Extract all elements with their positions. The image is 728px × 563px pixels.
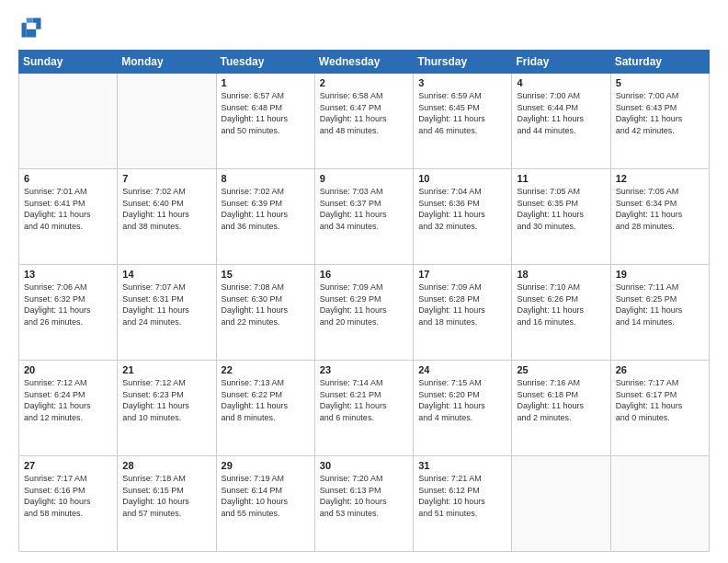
day-number: 21 <box>122 364 210 375</box>
day-detail: Sunrise: 7:06 AM Sunset: 6:32 PM Dayligh… <box>24 282 112 327</box>
calendar-cell: 24Sunrise: 7:15 AM Sunset: 6:20 PM Dayli… <box>414 361 512 456</box>
svg-marker-0 <box>33 18 41 29</box>
day-detail: Sunrise: 7:21 AM Sunset: 6:12 PM Dayligh… <box>418 473 506 519</box>
calendar-cell <box>610 456 709 552</box>
calendar-cell: 7Sunrise: 7:02 AM Sunset: 6:40 PM Daylig… <box>118 169 216 265</box>
calendar-cell <box>512 456 610 552</box>
day-number: 22 <box>222 364 310 375</box>
day-detail: Sunrise: 7:12 AM Sunset: 6:23 PM Dayligh… <box>122 377 210 423</box>
day-number: 12 <box>616 173 704 184</box>
day-number: 3 <box>418 77 506 88</box>
logo <box>18 15 48 40</box>
day-number: 23 <box>320 364 408 375</box>
day-detail: Sunrise: 7:16 AM Sunset: 6:18 PM Dayligh… <box>517 377 605 423</box>
calendar-cell: 3Sunrise: 6:59 AM Sunset: 6:45 PM Daylig… <box>414 74 512 169</box>
day-detail: Sunrise: 7:01 AM Sunset: 6:41 PM Dayligh… <box>24 186 112 232</box>
day-detail: Sunrise: 7:05 AM Sunset: 6:35 PM Dayligh… <box>517 186 605 232</box>
calendar-cell: 6Sunrise: 7:01 AM Sunset: 6:41 PM Daylig… <box>19 169 118 265</box>
calendar-cell: 22Sunrise: 7:13 AM Sunset: 6:22 PM Dayli… <box>216 361 314 456</box>
calendar-week-row: 27Sunrise: 7:17 AM Sunset: 6:16 PM Dayli… <box>19 456 710 552</box>
day-detail: Sunrise: 7:15 AM Sunset: 6:20 PM Dayligh… <box>418 377 506 423</box>
calendar-cell: 14Sunrise: 7:07 AM Sunset: 6:31 PM Dayli… <box>118 265 216 361</box>
day-detail: Sunrise: 7:08 AM Sunset: 6:30 PM Dayligh… <box>222 282 310 327</box>
day-detail: Sunrise: 7:14 AM Sunset: 6:21 PM Dayligh… <box>320 377 408 423</box>
calendar-cell: 16Sunrise: 7:09 AM Sunset: 6:29 PM Dayli… <box>314 265 413 361</box>
day-detail: Sunrise: 7:18 AM Sunset: 6:15 PM Dayligh… <box>122 473 210 519</box>
day-number: 29 <box>222 460 310 471</box>
day-detail: Sunrise: 7:09 AM Sunset: 6:28 PM Dayligh… <box>418 282 506 327</box>
calendar-cell: 13Sunrise: 7:06 AM Sunset: 6:32 PM Dayli… <box>19 265 118 361</box>
calendar-cell: 10Sunrise: 7:04 AM Sunset: 6:36 PM Dayli… <box>414 169 512 265</box>
day-detail: Sunrise: 7:00 AM Sunset: 6:43 PM Dayligh… <box>616 90 704 136</box>
day-detail: Sunrise: 7:20 AM Sunset: 6:13 PM Dayligh… <box>320 473 408 519</box>
day-number: 10 <box>418 173 506 184</box>
day-number: 19 <box>616 269 704 280</box>
calendar-cell: 15Sunrise: 7:08 AM Sunset: 6:30 PM Dayli… <box>216 265 314 361</box>
day-detail: Sunrise: 7:02 AM Sunset: 6:39 PM Dayligh… <box>222 186 310 232</box>
calendar-cell: 25Sunrise: 7:16 AM Sunset: 6:18 PM Dayli… <box>512 361 610 456</box>
day-number: 1 <box>222 77 310 88</box>
page: SundayMondayTuesdayWednesdayThursdayFrid… <box>0 0 728 563</box>
day-number: 6 <box>24 173 112 184</box>
calendar-header-tuesday: Tuesday <box>216 51 314 74</box>
day-number: 18 <box>517 269 605 280</box>
calendar-header-thursday: Thursday <box>414 51 512 74</box>
day-number: 7 <box>122 173 210 184</box>
calendar-header-monday: Monday <box>118 51 216 74</box>
day-number: 14 <box>122 269 210 280</box>
day-number: 28 <box>122 460 210 471</box>
calendar-header-sunday: Sunday <box>19 51 118 74</box>
calendar-cell: 21Sunrise: 7:12 AM Sunset: 6:23 PM Dayli… <box>118 361 216 456</box>
day-number: 26 <box>616 364 704 375</box>
calendar-header-saturday: Saturday <box>610 51 709 74</box>
day-detail: Sunrise: 7:19 AM Sunset: 6:14 PM Dayligh… <box>222 473 310 519</box>
calendar-week-row: 20Sunrise: 7:12 AM Sunset: 6:24 PM Dayli… <box>19 361 710 456</box>
calendar-cell: 5Sunrise: 7:00 AM Sunset: 6:43 PM Daylig… <box>610 74 709 169</box>
day-number: 24 <box>418 364 506 375</box>
day-number: 5 <box>616 77 704 88</box>
day-detail: Sunrise: 6:59 AM Sunset: 6:45 PM Dayligh… <box>418 90 506 136</box>
day-detail: Sunrise: 7:17 AM Sunset: 6:16 PM Dayligh… <box>24 473 112 519</box>
calendar-cell: 19Sunrise: 7:11 AM Sunset: 6:25 PM Dayli… <box>610 265 709 361</box>
calendar-cell: 17Sunrise: 7:09 AM Sunset: 6:28 PM Dayli… <box>414 265 512 361</box>
svg-marker-1 <box>27 18 33 23</box>
day-number: 15 <box>222 269 310 280</box>
day-detail: Sunrise: 7:11 AM Sunset: 6:25 PM Dayligh… <box>616 282 704 327</box>
calendar-header-wednesday: Wednesday <box>314 51 413 74</box>
day-number: 2 <box>320 77 408 88</box>
header <box>18 15 710 40</box>
day-number: 11 <box>517 173 605 184</box>
day-number: 27 <box>24 460 112 471</box>
calendar-cell: 28Sunrise: 7:18 AM Sunset: 6:15 PM Dayli… <box>118 456 216 552</box>
calendar-cell: 23Sunrise: 7:14 AM Sunset: 6:21 PM Dayli… <box>314 361 413 456</box>
calendar-cell: 26Sunrise: 7:17 AM Sunset: 6:17 PM Dayli… <box>610 361 709 456</box>
day-number: 31 <box>418 460 506 471</box>
day-detail: Sunrise: 7:10 AM Sunset: 6:26 PM Dayligh… <box>517 282 605 327</box>
svg-marker-2 <box>22 23 27 38</box>
svg-marker-3 <box>27 29 37 38</box>
day-number: 25 <box>517 364 605 375</box>
day-number: 16 <box>320 269 408 280</box>
day-number: 20 <box>24 364 112 375</box>
calendar-cell: 4Sunrise: 7:00 AM Sunset: 6:44 PM Daylig… <box>512 74 610 169</box>
calendar-cell: 27Sunrise: 7:17 AM Sunset: 6:16 PM Dayli… <box>19 456 118 552</box>
day-number: 8 <box>222 173 310 184</box>
calendar-cell: 9Sunrise: 7:03 AM Sunset: 6:37 PM Daylig… <box>314 169 413 265</box>
calendar-header-friday: Friday <box>512 51 610 74</box>
day-detail: Sunrise: 7:07 AM Sunset: 6:31 PM Dayligh… <box>122 282 210 327</box>
calendar-week-row: 6Sunrise: 7:01 AM Sunset: 6:41 PM Daylig… <box>19 169 710 265</box>
calendar-cell: 29Sunrise: 7:19 AM Sunset: 6:14 PM Dayli… <box>216 456 314 552</box>
day-detail: Sunrise: 6:57 AM Sunset: 6:48 PM Dayligh… <box>222 90 310 136</box>
day-detail: Sunrise: 6:58 AM Sunset: 6:47 PM Dayligh… <box>320 90 408 136</box>
calendar-cell <box>118 74 216 169</box>
day-number: 13 <box>24 269 112 280</box>
calendar-cell: 1Sunrise: 6:57 AM Sunset: 6:48 PM Daylig… <box>216 74 314 169</box>
day-detail: Sunrise: 7:00 AM Sunset: 6:44 PM Dayligh… <box>517 90 605 136</box>
day-detail: Sunrise: 7:02 AM Sunset: 6:40 PM Dayligh… <box>122 186 210 232</box>
day-number: 17 <box>418 269 506 280</box>
calendar-cell: 2Sunrise: 6:58 AM Sunset: 6:47 PM Daylig… <box>314 74 413 169</box>
calendar-table: SundayMondayTuesdayWednesdayThursdayFrid… <box>18 50 710 552</box>
calendar-cell: 30Sunrise: 7:20 AM Sunset: 6:13 PM Dayli… <box>314 456 413 552</box>
calendar-cell: 8Sunrise: 7:02 AM Sunset: 6:39 PM Daylig… <box>216 169 314 265</box>
day-detail: Sunrise: 7:13 AM Sunset: 6:22 PM Dayligh… <box>222 377 310 423</box>
